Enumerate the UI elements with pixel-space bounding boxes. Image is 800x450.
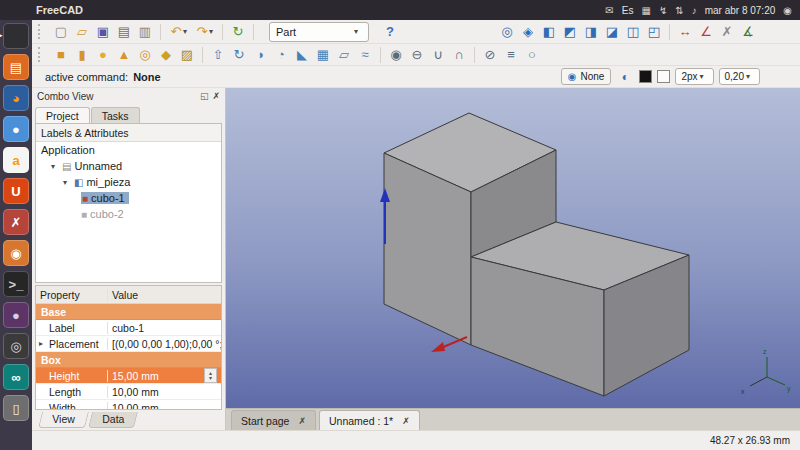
tree-row-document[interactable]: ▾ ▤ Unnamed: [36, 158, 221, 174]
whatsthis-button[interactable]: ?: [380, 22, 400, 42]
view-axonometric-button[interactable]: ◈: [518, 22, 538, 42]
property-row-width[interactable]: Width 10,00 mm: [36, 400, 221, 410]
appearance-icon[interactable]: ◐: [616, 68, 634, 86]
view-right-button[interactable]: ◨: [581, 22, 601, 42]
launcher-music[interactable]: ◎: [3, 333, 29, 359]
part-fillet-button[interactable]: ◔: [271, 45, 291, 65]
part-revolve-button[interactable]: ↻: [229, 45, 249, 65]
clock[interactable]: mar abr 8 07:20: [705, 5, 776, 16]
part-extrude-button[interactable]: ⇧: [208, 45, 228, 65]
property-group-base[interactable]: Base: [36, 304, 221, 320]
part-loft-button[interactable]: ▱: [334, 45, 354, 65]
part-cross-sections-button[interactable]: ≡: [501, 45, 521, 65]
tab-project[interactable]: Project: [35, 107, 90, 123]
view-rear-button[interactable]: ◪: [602, 22, 622, 42]
property-value[interactable]: cubo-1: [108, 322, 221, 334]
launcher-utility[interactable]: ◉: [3, 240, 29, 266]
view-bottom-button[interactable]: ◫: [623, 22, 643, 42]
part-offset-button[interactable]: ○: [522, 45, 542, 65]
property-row-label[interactable]: Label cubo-1: [36, 320, 221, 336]
part-chamfer-button[interactable]: ◣: [292, 45, 312, 65]
print-button[interactable]: ▤: [114, 22, 134, 42]
part-cylinder-button[interactable]: ▮: [72, 45, 92, 65]
part-sweep-button[interactable]: ≈: [355, 45, 375, 65]
tab-start-page[interactable]: Start page ✗: [231, 410, 316, 430]
close-panel-icon[interactable]: ✗: [212, 91, 220, 101]
refresh-button[interactable]: ↻: [228, 22, 248, 42]
part-sphere-button[interactable]: ●: [93, 45, 113, 65]
part-torus-button[interactable]: ◎: [135, 45, 155, 65]
expander-icon[interactable]: ▸: [39, 339, 47, 348]
bluetooth-icon[interactable]: ↯: [659, 5, 667, 16]
expander-icon[interactable]: ▾: [63, 178, 71, 187]
launcher-ubuntu-one[interactable]: U: [3, 178, 29, 204]
height-stepper[interactable]: ▴ ▾: [204, 368, 217, 383]
tab-unnamed-document[interactable]: Unnamed : 1* ✗: [319, 410, 420, 430]
mail-indicator-icon[interactable]: ✉: [605, 5, 613, 16]
draw-style-dropdown[interactable]: ◉ None: [561, 68, 612, 85]
toolbar-grip[interactable]: [38, 47, 45, 62]
close-tab-icon[interactable]: ✗: [298, 416, 306, 426]
keyboard-layout-indicator[interactable]: Es: [622, 5, 634, 16]
property-row-height[interactable]: Height 15,00 mm ▴ ▾: [36, 368, 221, 384]
launcher-arduino[interactable]: ∞: [3, 364, 29, 390]
stepper-down-icon[interactable]: ▾: [209, 376, 212, 381]
workbench-selector[interactable]: Part ▾: [269, 22, 369, 42]
measure-angular-button[interactable]: ∠: [696, 22, 716, 42]
tab-tasks[interactable]: Tasks: [91, 107, 140, 123]
float-panel-icon[interactable]: ◱: [200, 91, 209, 101]
launcher-terminal[interactable]: >_: [3, 271, 29, 297]
paste-button[interactable]: ▥: [135, 22, 155, 42]
3d-viewport[interactable]: z y x: [226, 88, 800, 408]
face-color-swatch[interactable]: [657, 70, 670, 83]
launcher-system-settings[interactable]: ✗: [3, 209, 29, 235]
line-color-swatch[interactable]: [639, 70, 652, 83]
part-intersection-button[interactable]: ∩: [449, 45, 469, 65]
part-ruled-surface-button[interactable]: ▦: [313, 45, 333, 65]
toolbar-grip[interactable]: [38, 24, 45, 39]
tree-row-cubo-1[interactable]: ■ cubo-1: [36, 190, 221, 206]
launcher-trash[interactable]: ▯: [3, 395, 29, 421]
transparency-select[interactable]: 0,20 ▾: [719, 68, 760, 85]
launcher-software-center[interactable]: ●: [3, 116, 29, 142]
property-value[interactable]: 10,00 mm: [108, 386, 221, 398]
launcher-file-manager[interactable]: ▤: [3, 54, 29, 80]
launcher-firefox[interactable]: ◕: [3, 85, 29, 111]
open-button[interactable]: ▱: [72, 22, 92, 42]
fit-all-button[interactable]: ◎: [497, 22, 517, 42]
new-document-button[interactable]: ▢: [51, 22, 71, 42]
tab-data[interactable]: Data: [88, 412, 138, 428]
close-tab-icon[interactable]: ✗: [402, 416, 410, 426]
volume-icon[interactable]: ♪: [692, 5, 697, 16]
part-mirror-button[interactable]: ◑: [250, 45, 270, 65]
keyboard-icon[interactable]: ▦: [641, 5, 650, 16]
launcher-amazon[interactable]: a: [3, 147, 29, 173]
view-left-button[interactable]: ◰: [644, 22, 664, 42]
part-primitives-button[interactable]: ◆: [156, 45, 176, 65]
part-cut-button[interactable]: ⊖: [407, 45, 427, 65]
redo-dropdown-caret[interactable]: ▾: [209, 27, 217, 36]
network-icon[interactable]: ⇅: [675, 5, 683, 16]
part-section-button[interactable]: ⊘: [480, 45, 500, 65]
launcher-freecad[interactable]: ▸: [3, 23, 29, 49]
property-value[interactable]: 15,00 mm: [112, 370, 159, 382]
line-width-select[interactable]: 2px ▾: [675, 68, 713, 85]
part-box-button[interactable]: ■: [51, 45, 71, 65]
tab-view[interactable]: View: [38, 412, 89, 428]
part-union-button[interactable]: ∪: [428, 45, 448, 65]
property-value[interactable]: 10,00 mm: [108, 402, 221, 411]
tree-row-application[interactable]: Application: [36, 142, 221, 158]
expander-icon[interactable]: ▾: [51, 162, 59, 171]
part-shape-builder-button[interactable]: ▨: [177, 45, 197, 65]
measure-toggle-button[interactable]: ∡: [738, 22, 758, 42]
measure-clear-button[interactable]: ✗: [717, 22, 737, 42]
session-menu-icon[interactable]: ◉: [783, 5, 792, 16]
save-button[interactable]: ▣: [93, 22, 113, 42]
launcher-media-app[interactable]: ●: [3, 302, 29, 328]
property-value[interactable]: [(0,00 0,00 1,00);0,00 °;(0,0...: [108, 338, 221, 350]
property-group-box[interactable]: Box: [36, 352, 221, 368]
property-row-placement[interactable]: ▸Placement [(0,00 0,00 1,00);0,00 °;(0,0…: [36, 336, 221, 352]
measure-linear-button[interactable]: ↔: [675, 22, 695, 42]
part-boolean-button[interactable]: ◉: [386, 45, 406, 65]
tree-row-cubo-2[interactable]: ■ cubo-2: [36, 206, 221, 222]
